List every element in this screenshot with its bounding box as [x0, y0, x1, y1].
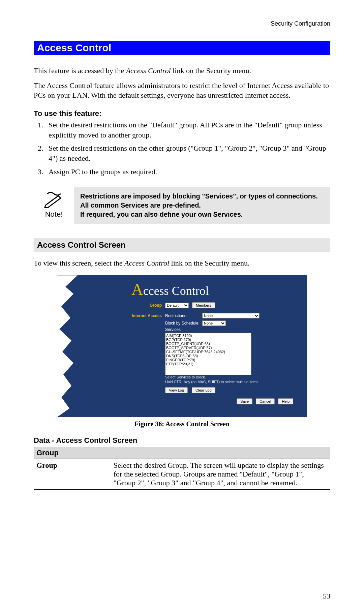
data-section-heading: Data - Access Control Screen	[34, 436, 330, 445]
step-3: Assign PC to the groups as required.	[45, 167, 330, 177]
note-text: Restrictions are imposed by blocking "Se…	[74, 187, 330, 224]
service-item[interactable]: DNS(TCP/UDP:53)	[166, 354, 250, 358]
table-header-group: Group	[34, 447, 330, 459]
screen-intro-prefix: To view this screen, select the	[34, 259, 124, 267]
table-header-row: Group	[34, 447, 330, 459]
label-internet-access: Internet Access	[118, 313, 162, 318]
page: Security Configuration Access Control Th…	[0, 0, 364, 614]
figure-caption: Figure 36: Access Control Screen	[34, 420, 330, 428]
service-item[interactable]: BOOTP_CLIENT(UDP:68)	[166, 342, 250, 346]
cancel-button[interactable]: Cancel	[256, 398, 275, 404]
label-restrictions: Restrictions:	[165, 313, 202, 318]
step-1: Set the desired restrictions on the "Def…	[45, 120, 330, 140]
intro1-suffix: link on the Security menu.	[171, 66, 251, 75]
service-item[interactable]: AIM(TCP:5190)	[166, 334, 250, 338]
members-button[interactable]: Members	[192, 302, 215, 308]
page-header-right: Security Configuration	[34, 20, 330, 27]
label-services: Services	[165, 327, 181, 332]
table-row-text: Select the desired Group. The screen wil…	[111, 459, 330, 490]
service-item[interactable]: FINGER(TCP:79)	[166, 358, 250, 362]
intro1-prefix: This feature is accessed by the	[34, 66, 126, 75]
help-button[interactable]: Help	[278, 398, 293, 404]
intro1-em: Access Control	[126, 66, 171, 75]
group-select[interactable]: Default	[165, 303, 189, 308]
services-hint-2: Hold CTRL key (on MAC, SHIFT) to select …	[165, 380, 259, 385]
data-table: Group Group Select the desired Group. Th…	[34, 447, 330, 490]
intro-paragraph-1: This feature is accessed by the Access C…	[34, 66, 330, 76]
page-number: 53	[323, 592, 330, 601]
schedule-select[interactable]: None	[202, 320, 226, 326]
title-letter-a: A	[131, 280, 143, 298]
title-rest: ccess Control	[143, 284, 209, 298]
note-label: Note!	[45, 210, 63, 219]
table-row-label: Group	[34, 459, 111, 490]
view-log-button[interactable]: View Log	[165, 387, 188, 393]
screen-heading: Access Control Screen	[34, 238, 330, 252]
service-item[interactable]: CU-SEEME(TCP/UDP:7648,24032)	[166, 350, 250, 354]
service-item[interactable]: FTP(TCP:20,21)	[166, 362, 250, 366]
services-hint-1: Select Services to Block.	[165, 375, 259, 380]
clear-log-button[interactable]: Clear Log	[192, 387, 215, 393]
use-feature-heading: To use this feature:	[34, 109, 330, 118]
intro-paragraph-2: The Access Control feature allows admini…	[34, 81, 330, 100]
table-row: Group Select the desired Group. The scre…	[34, 459, 330, 490]
service-item[interactable]: BGP(TCP:179)	[166, 338, 250, 342]
screenshot-title: Access Control	[131, 280, 209, 299]
steps-list: Set the desired restrictions on the "Def…	[34, 120, 330, 177]
save-button[interactable]: Save	[237, 398, 252, 404]
note-block: Note! Restrictions are imposed by blocki…	[34, 187, 330, 224]
note-icon-cell: Note!	[34, 187, 74, 224]
restrictions-select[interactable]: None	[202, 313, 260, 318]
section-title: Access Control	[34, 41, 330, 55]
screen-intro-em: Access Control	[124, 259, 169, 267]
access-control-screenshot: Access Control Group Default Members Int…	[57, 275, 307, 417]
screen-intro: To view this screen, select the Access C…	[34, 258, 330, 268]
note-icon	[44, 192, 64, 210]
services-listbox[interactable]: AIM(TCP:5190) BGP(TCP:179) BOOTP_CLIENT(…	[165, 333, 251, 375]
label-block-schedule: Block by Schedule:	[165, 321, 202, 326]
label-group: Group	[118, 303, 162, 308]
service-item[interactable]: BOOTP_SERVER(UDP:67)	[166, 346, 250, 350]
screenshot-container: Access Control Group Default Members Int…	[34, 275, 330, 417]
step-2: Set the desired restrictions on the othe…	[45, 143, 330, 163]
screen-intro-suffix: link on the Security menu.	[169, 259, 249, 267]
torn-edge-decoration	[57, 275, 78, 417]
